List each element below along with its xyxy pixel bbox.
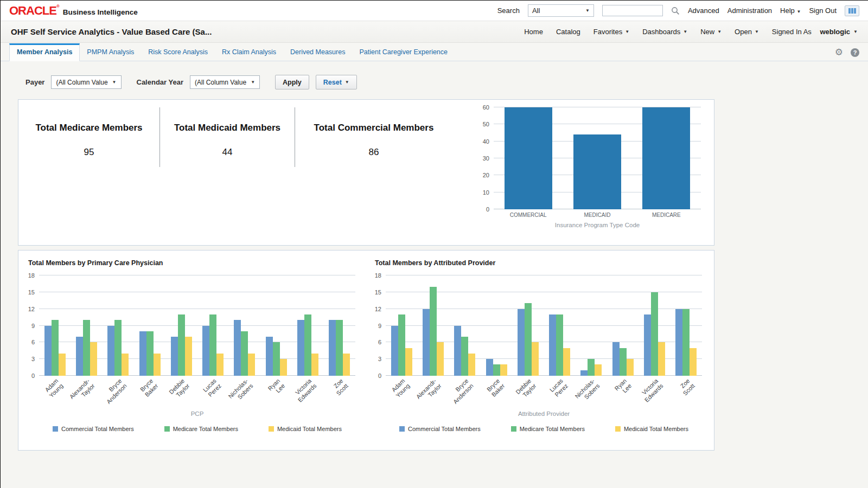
help-icon[interactable]: ?	[851, 48, 859, 57]
bar-commercial-5[interactable]	[202, 326, 209, 376]
bar-medicare-8[interactable]	[651, 292, 658, 376]
bar-medicaid-3[interactable]	[154, 354, 161, 376]
bar-medicare-3[interactable]	[146, 331, 154, 376]
catalog-link[interactable]: Catalog	[556, 28, 580, 36]
bar-medicaid-4[interactable]	[532, 342, 539, 376]
search-label: Search	[497, 7, 520, 15]
bar-medicare-0[interactable]	[52, 320, 59, 376]
bar-commercial-8[interactable]	[644, 314, 651, 376]
bar-commercial-3[interactable]	[486, 359, 493, 376]
bar-medicaid-8[interactable]	[311, 354, 318, 376]
bar-medicaid-3[interactable]	[500, 364, 507, 376]
bar-medicaid[interactable]	[573, 134, 621, 209]
x-axis-label: Bryce Baker	[486, 377, 506, 398]
bar-medicare-9[interactable]	[682, 309, 690, 376]
tab-derived-measures[interactable]: Derived Measures	[283, 44, 352, 61]
x-axis-label: Nicholas- Sobers	[574, 377, 601, 404]
apply-button[interactable]: Apply	[275, 75, 309, 89]
bar-medicaid-5[interactable]	[216, 354, 224, 376]
bar-commercial-5[interactable]	[549, 314, 556, 376]
bar-medicaid-9[interactable]	[343, 354, 350, 376]
reset-button[interactable]: Reset▼	[316, 75, 357, 89]
chevron-down-icon: ▼	[625, 29, 629, 34]
search-scope-select[interactable]: All ▼	[528, 4, 594, 17]
bar-medicare-4[interactable]	[525, 303, 532, 376]
bar-commercial-8[interactable]	[297, 320, 304, 376]
legend-item: Medicaid Total Members	[615, 426, 688, 432]
tab-risk-score-analysis[interactable]: Risk Score Analysis	[141, 44, 215, 61]
tab-patient-caregiver-experience[interactable]: Patient Caregiver Experience	[352, 44, 455, 61]
y-tick-label: 0	[31, 373, 35, 379]
bar-medicare-7[interactable]	[620, 348, 627, 376]
bar-medicaid-4[interactable]	[185, 337, 192, 376]
bar-medicaid-7[interactable]	[280, 359, 287, 376]
bar-commercial-6[interactable]	[580, 370, 588, 376]
bar-commercial-9[interactable]	[329, 320, 336, 376]
bar-commercial-6[interactable]	[234, 320, 241, 376]
bar-medicare-1[interactable]	[83, 320, 90, 376]
bar-medicare-9[interactable]	[336, 320, 343, 376]
bar-commercial-1[interactable]	[76, 337, 83, 376]
kpi-row: Total Medicare Members 95 Total Medicaid…	[18, 100, 452, 167]
bar-medicaid-1[interactable]	[437, 342, 444, 376]
search-icon[interactable]	[671, 7, 680, 15]
tab-member-analysis[interactable]: Member Analysis	[9, 43, 80, 61]
bar-medicare-6[interactable]	[241, 331, 248, 376]
y-tick-label: 15	[375, 289, 381, 296]
payer-select[interactable]: (All Column Value ▼	[51, 75, 121, 89]
bar-medicare-5[interactable]	[556, 314, 563, 376]
bar-commercial-1[interactable]	[423, 309, 430, 376]
bar-medicare-0[interactable]	[398, 314, 405, 376]
bar-medicare-4[interactable]	[178, 314, 185, 376]
bar-commercial-2[interactable]	[107, 326, 114, 376]
dashboards-menu[interactable]: Dashboards▼	[642, 28, 687, 36]
advanced-link[interactable]: Advanced	[688, 7, 719, 15]
bar-commercial-4[interactable]	[171, 337, 178, 376]
bar-medicaid-6[interactable]	[248, 354, 255, 376]
bar-commercial-7[interactable]	[612, 342, 620, 376]
bar-medicaid-8[interactable]	[658, 342, 665, 376]
bar-medicare[interactable]	[642, 107, 690, 209]
bar-medicaid-0[interactable]	[59, 354, 66, 376]
search-input[interactable]	[602, 5, 663, 16]
bar-medicare-2[interactable]	[461, 337, 468, 376]
bar-medicare-7[interactable]	[273, 342, 280, 376]
bar-medicaid-7[interactable]	[627, 359, 634, 376]
bar-medicare-8[interactable]	[304, 314, 311, 376]
bar-commercial-0[interactable]	[44, 326, 52, 376]
bar-commercial-2[interactable]	[454, 326, 461, 376]
tab-rx-claim-analysis[interactable]: Rx Claim Analysis	[215, 44, 283, 61]
bar-commercial-7[interactable]	[266, 337, 273, 376]
bar-medicare-2[interactable]	[114, 320, 122, 376]
new-menu[interactable]: New▼	[700, 28, 722, 36]
bar-commercial-4[interactable]	[518, 309, 525, 376]
favorites-menu[interactable]: Favorites▼	[593, 28, 629, 36]
bar-medicaid-1[interactable]	[90, 342, 97, 376]
tab-pmpm-analysis[interactable]: PMPM Analysis	[80, 44, 141, 61]
bar-medicare-1[interactable]	[430, 287, 437, 376]
bar-commercial[interactable]	[505, 107, 552, 209]
bar-medicaid-2[interactable]	[468, 354, 475, 376]
bar-group	[417, 275, 449, 376]
gear-icon[interactable]: ⚙	[835, 48, 843, 57]
bar-commercial-0[interactable]	[391, 326, 398, 376]
sign-out-link[interactable]: Sign Out	[809, 7, 837, 15]
kpi-value: 95	[84, 147, 94, 158]
bar-medicare-3[interactable]	[493, 364, 500, 376]
calendar-year-select[interactable]: (All Column Value ▼	[190, 75, 260, 89]
home-link[interactable]: Home	[524, 28, 543, 36]
bar-medicaid-6[interactable]	[595, 364, 602, 376]
bar-medicaid-2[interactable]	[122, 354, 129, 376]
bar-commercial-3[interactable]	[139, 331, 146, 376]
bar-commercial-9[interactable]	[675, 309, 682, 376]
open-menu[interactable]: Open▼	[735, 28, 759, 36]
administration-link[interactable]: Administration	[727, 7, 772, 15]
help-menu[interactable]: Help ▼	[780, 7, 801, 15]
bar-medicaid-0[interactable]	[405, 348, 412, 376]
bar-medicare-6[interactable]	[588, 359, 595, 376]
bar-medicare-5[interactable]	[209, 314, 216, 376]
bar-medicaid-9[interactable]	[690, 348, 697, 376]
quick-links-icon[interactable]	[845, 5, 859, 16]
user-menu[interactable]: weblogic	[820, 28, 850, 36]
bar-medicaid-5[interactable]	[563, 348, 570, 376]
